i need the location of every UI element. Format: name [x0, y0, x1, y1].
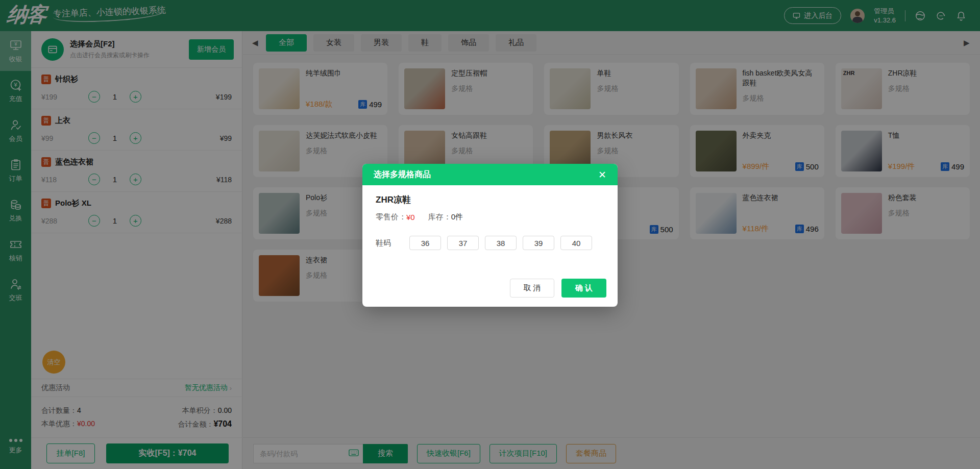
retail-price-label: 零售价：: [376, 212, 406, 222]
close-icon[interactable]: ✕: [598, 170, 606, 180]
size-option-39[interactable]: 39: [523, 236, 554, 250]
size-option-40[interactable]: 40: [560, 236, 592, 250]
stock-value: 0件: [451, 212, 463, 222]
retail-price-value: ¥0: [406, 213, 415, 221]
stock-label: 库存：: [428, 212, 451, 222]
pos-screen: 纳客 专注单店、小连锁的收银系统 进入后台 管理员 v1.32.6: [0, 0, 980, 469]
modal-header: 选择多规格商品 ✕: [362, 164, 618, 185]
spec-select-modal: 选择多规格商品 ✕ ZHR凉鞋 零售价： ¥0 库存： 0件 鞋码 36 37 …: [362, 164, 618, 307]
size-option-36[interactable]: 36: [409, 236, 441, 250]
modal-product-name: ZHR凉鞋: [376, 194, 604, 206]
confirm-button[interactable]: 确 认: [561, 279, 606, 298]
cancel-button[interactable]: 取 消: [510, 279, 554, 298]
size-option-38[interactable]: 38: [485, 236, 517, 250]
size-option-37[interactable]: 37: [447, 236, 479, 250]
size-spec-label: 鞋码: [376, 238, 409, 248]
modal-title: 选择多规格商品: [374, 169, 431, 180]
